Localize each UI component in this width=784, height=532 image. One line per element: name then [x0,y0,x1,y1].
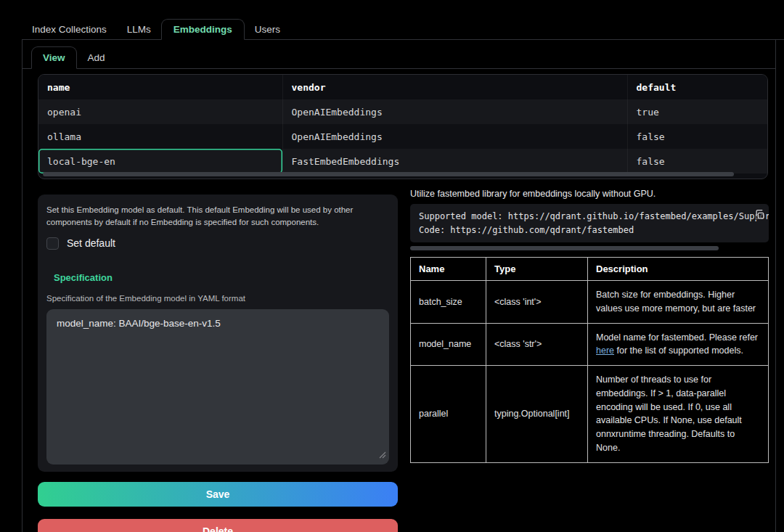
copy-icon[interactable] [754,209,765,220]
supported-models-link[interactable]: here [596,345,614,356]
embeddings-table-header-row: name vendor default [38,75,767,99]
table-hscrollbar [43,172,763,176]
param-description: Number of threads to use for embeddings.… [588,366,769,463]
specification-heading: Specification [54,272,389,283]
table-hscrollbar-thumb[interactable] [43,172,734,176]
yaml-spec-textarea[interactable]: model_name: BAAI/bge-base-en-v1.5 [46,309,389,465]
param-type: <class 'int'> [486,281,588,324]
param-description: Model name for fastembed. Please refer h… [588,323,769,366]
subtab-view[interactable]: View [31,46,77,69]
sub-tabbar: View Add [23,46,775,69]
param-name: model_name [411,323,486,366]
code-hscrollbar [410,246,769,250]
cell-vendor[interactable]: OpenAIEmbeddings [282,99,627,124]
param-name: batch_size [411,281,486,324]
embeddings-table-card: name vendor default openai OpenAIEmbeddi… [38,74,768,179]
column-header-default: default [627,75,767,99]
cell-default[interactable]: false [627,124,767,149]
param-description: Batch size for embeddings. Higher values… [588,281,769,324]
tab-index-collections[interactable]: Index Collections [22,20,117,39]
param-name: parallel [411,366,486,463]
param-type: <class 'str'> [486,323,588,366]
params-header-description: Description [588,258,769,281]
embedding-detail-column: Set this Embedding model as default. Thi… [38,189,398,532]
cell-default[interactable]: false [627,149,767,173]
params-table: Name Type Description batch_size <class … [410,257,769,463]
code-line-supported-model: Supported model: https://qdrant.github.i… [419,210,760,224]
params-header-name: Name [411,258,486,281]
delete-button[interactable]: Delete [38,519,398,532]
default-description: Set this Embedding model as default. Thi… [46,204,375,229]
table-row-openai: openai OpenAIEmbeddings true [38,99,767,124]
column-header-name: name [38,75,282,99]
default-settings-card: Set this Embedding model as default. Thi… [38,195,398,472]
param-row-batch-size: batch_size <class 'int'> Batch size for … [411,281,769,324]
top-strip [0,0,784,10]
column-header-vendor: vendor [282,75,627,99]
tab-users[interactable]: Users [245,20,290,39]
embeddings-panel: View Add name vendor default openai Open… [22,40,776,532]
table-row-ollama: ollama OpenAIEmbeddings false [38,124,767,149]
subtab-add[interactable]: Add [77,47,116,68]
param-row-model-name: model_name <class 'str'> Model name for … [411,323,769,366]
fastembed-doc-column: Utilize fastembed library for embeddings… [410,189,769,532]
param-description-text: Model name for fastembed. Please refer [596,332,758,343]
param-description-text: for the list of supported models. [614,345,743,356]
cell-name[interactable]: ollama [38,124,282,149]
specification-sublabel: Specification of the Embedding model in … [46,294,389,303]
param-row-parallel: parallel typing.Optional[int] Number of … [411,366,769,463]
code-line-code: Code: https://github.com/qdrant/fastembe… [419,224,760,237]
code-block: Supported model: https://qdrant.github.i… [410,204,769,242]
tab-embeddings[interactable]: Embeddings [161,19,245,40]
params-header-type: Type [486,258,588,281]
param-type: typing.Optional[int] [486,366,588,463]
set-default-label: Set default [67,237,115,249]
main-tabbar: Index Collections LLMs Embeddings Users [22,20,784,40]
cell-name-selected[interactable]: local-bge-en [38,149,282,173]
fastembed-intro: Utilize fastembed library for embeddings… [410,189,769,199]
params-header-row: Name Type Description [411,258,769,281]
cell-name[interactable]: openai [38,99,282,124]
embeddings-table: name vendor default openai OpenAIEmbeddi… [38,75,767,173]
set-default-checkbox[interactable] [46,237,59,250]
resize-handle-icon[interactable] [379,449,386,462]
save-button[interactable]: Save [38,482,398,507]
cell-default[interactable]: true [627,99,767,124]
tab-llms[interactable]: LLMs [117,20,161,39]
table-row-local-bge-en: local-bge-en FastEmbedEmbeddings false [38,149,767,173]
code-hscrollbar-thumb[interactable] [410,246,719,250]
cell-vendor[interactable]: OpenAIEmbeddings [282,124,627,149]
cell-vendor[interactable]: FastEmbedEmbeddings [282,149,627,173]
